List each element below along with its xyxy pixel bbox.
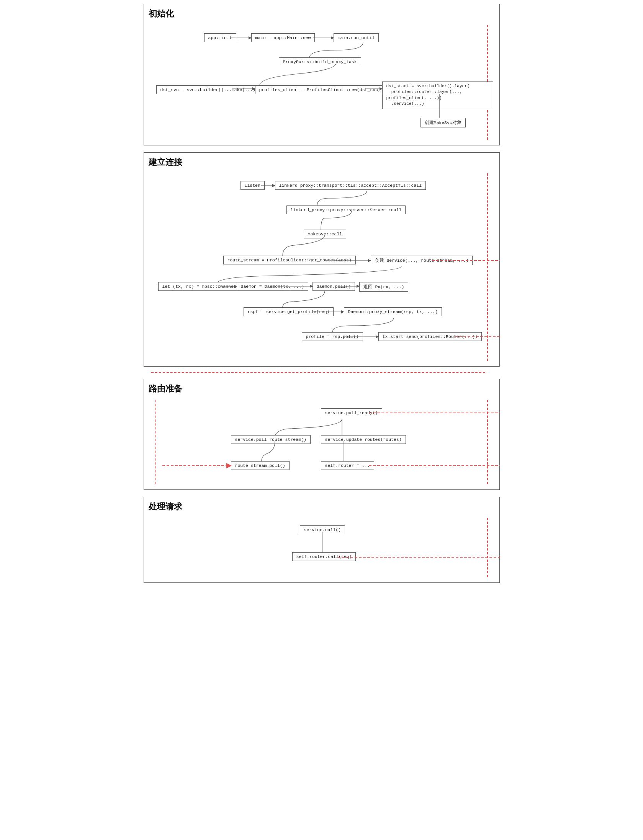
node-server-call: linkerd_proxy::proxy::server::Server::ca… xyxy=(286,206,406,214)
node-main-run-until: main.run_until xyxy=(334,33,379,42)
node-rsp-poll: profile = rsp.poll() xyxy=(302,332,363,341)
node-service-call: service.call() xyxy=(300,525,345,534)
section-init-title: 初始化 xyxy=(149,8,495,20)
section-connect-title: 建立连接 xyxy=(149,157,495,168)
node-poll-ready: service.poll_ready() xyxy=(321,408,382,417)
node-app-main-new: main = app::Main::new xyxy=(251,33,315,42)
node-tx-start-send: tx.start_send(profiles::Router(...)) xyxy=(378,332,482,341)
node-return-rx: 返回 Rx(rx, ...) xyxy=(359,282,409,292)
node-make-svc: 创建MakeSvc对象 xyxy=(420,118,466,127)
node-get-routes: route_stream = ProfilesClient::get_route… xyxy=(223,256,356,264)
section-handle-title: 处理请求 xyxy=(149,501,495,512)
node-router-call: self.router.call(req) xyxy=(292,552,356,561)
section-route-title: 路由准备 xyxy=(149,383,495,395)
node-makesvc-call: MakeSvc::call xyxy=(304,230,347,238)
red-dashed-left-route xyxy=(155,400,156,484)
node-proxy-stream: Daemon::proxy_stream(rsp, tx, ...) xyxy=(344,307,442,316)
node-listen: listen xyxy=(241,181,265,190)
node-proxy-parts: ProxyParts::build_proxy_task xyxy=(279,57,361,66)
red-dashed-right-route xyxy=(487,400,488,484)
node-update-routes: service.update_routes(routes) xyxy=(321,435,406,444)
red-dashed-line-connect xyxy=(487,173,488,361)
node-create-service: 创建 Service(..., route_stream, ...) xyxy=(371,256,473,265)
node-accept-tls: linkerd_proxy::transport::tls::accept::A… xyxy=(275,181,426,190)
node-profiles-client: profiles_client = ProfilesClient::new(ds… xyxy=(255,85,398,94)
node-dst-stack: dst_stack = svc::builder().layer( profil… xyxy=(382,82,493,109)
section-connect: 建立连接 listen linkerd_proxy::transport::tl… xyxy=(144,152,500,367)
node-route-stream-poll: route_stream.poll() xyxy=(231,461,290,470)
red-dashed-between-connect-route xyxy=(144,367,500,377)
section-init: 初始化 app::init main = app::Main::new main… xyxy=(144,4,500,145)
node-daemon-new: daemon = Daemon(tx, ...) xyxy=(237,282,309,291)
red-dashed-right-handle xyxy=(487,518,488,577)
node-get-profile: rspf = service.get_profile(req) xyxy=(244,307,334,316)
node-app-init: app::init xyxy=(204,33,236,42)
node-dst-svc: dst_svc = svc::builder()...make(...) xyxy=(156,85,260,94)
node-daemon-poll: daemon.poll() xyxy=(313,282,355,291)
node-poll-route-stream: service.poll_route_stream() xyxy=(231,435,311,444)
node-mpsc-channel: let (tx, rx) = mpsc::channel(1) xyxy=(158,282,249,291)
section-route: 路由准备 service.poll_ready() service.poll_r… xyxy=(144,379,500,490)
node-self-router: self.router = ... xyxy=(321,461,374,470)
section-handle: 处理请求 service.call() self.router.call(req… xyxy=(144,497,500,583)
